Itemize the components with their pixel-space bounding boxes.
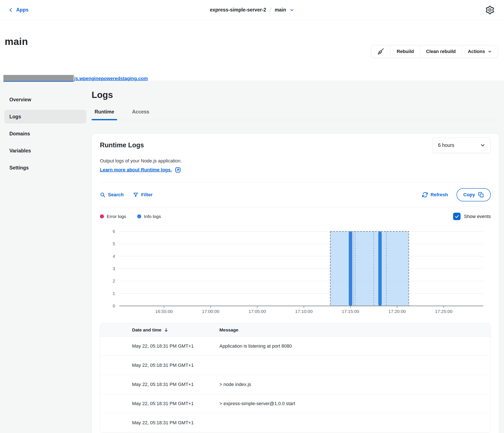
- error-dot-icon: [100, 214, 104, 218]
- chevron-down-icon[interactable]: [289, 8, 294, 12]
- svg-text:5: 5: [113, 241, 115, 246]
- tab-runtime[interactable]: Runtime: [92, 109, 117, 120]
- sidebar-item-domains[interactable]: Domains: [4, 127, 86, 141]
- sidebar: Overview Logs Domains Variables Settings: [0, 80, 90, 433]
- log-message: > express-simple-server@1.0.0 start: [219, 401, 491, 406]
- sidebar-item-settings[interactable]: Settings: [4, 161, 86, 175]
- table-row[interactable]: May 22, 05:18:31 PM GMT+1: [100, 356, 491, 375]
- logs-tabs: Runtime Access: [92, 109, 499, 120]
- copy-button[interactable]: Copy: [457, 188, 491, 201]
- refresh-button[interactable]: Refresh: [422, 192, 448, 198]
- log-datetime: May 22, 05:18:31 PM GMT+1: [100, 420, 219, 425]
- search-label: Search: [108, 192, 124, 198]
- time-range-value: 6 hours: [438, 142, 454, 148]
- actions-label: Actions: [468, 49, 485, 54]
- filter-label: Filter: [141, 192, 153, 198]
- sort-descending-icon: [164, 327, 169, 333]
- panel-description: Output logs of your Node.js application.: [100, 158, 491, 164]
- log-datetime: May 22, 05:18:31 PM GMT+1: [100, 382, 219, 387]
- chevron-left-icon: [9, 8, 13, 12]
- environment-header: main js.wpenginepoweredstaging.com Rebui…: [0, 20, 504, 80]
- settings-gear-icon[interactable]: [485, 5, 495, 15]
- environment-url-link[interactable]: js.wpenginepoweredstaging.com: [3, 75, 148, 82]
- search-icon: [100, 192, 105, 198]
- info-dot-icon: [137, 214, 141, 218]
- top-nav: Apps express-simple-server-2 / main: [0, 0, 504, 20]
- panel-title: Runtime Logs: [100, 141, 144, 149]
- column-header-message[interactable]: Message: [219, 327, 491, 333]
- log-datetime: May 22, 05:18:31 PM GMT+1: [100, 401, 219, 406]
- runtime-logs-panel: Runtime Logs 6 hours Output logs of your…: [92, 133, 499, 433]
- chevron-down-icon: [480, 142, 486, 148]
- learn-more-label: Learn more about Runtime logs.: [100, 167, 172, 173]
- breadcrumb-app-name: express-simple-server-2: [210, 7, 266, 13]
- breadcrumb-separator: /: [269, 7, 272, 13]
- checkbox-checked-icon[interactable]: [453, 213, 460, 220]
- actions-dropdown-button[interactable]: Actions: [462, 45, 498, 58]
- back-to-apps-label: Apps: [16, 7, 28, 13]
- content-area: Overview Logs Domains Variables Settings…: [0, 80, 504, 433]
- column-header-datetime[interactable]: Date and time: [100, 327, 219, 333]
- table-header: Date and time Message: [100, 323, 491, 336]
- refresh-icon: [422, 192, 428, 198]
- table-row[interactable]: May 22, 05:18:31 PM GMT+1 > express-simp…: [100, 394, 491, 413]
- broom-icon: [377, 48, 385, 55]
- svg-text:17:25:00: 17:25:00: [435, 309, 452, 314]
- panel-header: Runtime Logs 6 hours: [100, 137, 491, 153]
- table-row[interactable]: May 22, 05:18:31 PM GMT+1 > node index.j…: [100, 375, 491, 394]
- svg-text:0: 0: [113, 304, 115, 308]
- svg-text:6: 6: [113, 229, 115, 234]
- sidebar-item-overview[interactable]: Overview: [4, 93, 86, 106]
- time-range-select[interactable]: 6 hours: [432, 137, 491, 153]
- logs-table: Date and time Message May 22, 05:18:31 P…: [100, 323, 491, 433]
- learn-more-link[interactable]: Learn more about Runtime logs.: [100, 167, 181, 173]
- copy-icon: [478, 192, 484, 198]
- log-datetime: May 22, 05:18:31 PM GMT+1: [100, 362, 219, 368]
- sidebar-item-logs[interactable]: Logs: [4, 110, 86, 124]
- page-title: main: [5, 36, 28, 47]
- back-to-apps-link[interactable]: Apps: [9, 7, 28, 13]
- section-title: Logs: [92, 90, 499, 100]
- legend-error-logs: Error logs: [100, 214, 126, 219]
- legend-error-label: Error logs: [107, 214, 126, 219]
- log-message: Application is listening at port 8080: [219, 343, 491, 349]
- svg-text:17:05:00: 17:05:00: [249, 309, 266, 314]
- table-row[interactable]: May 22, 05:18:31 PM GMT+1 Application is…: [100, 336, 491, 356]
- clean-cache-button[interactable]: [371, 45, 390, 58]
- search-button[interactable]: Search: [100, 192, 124, 198]
- datetime-header-label: Date and time: [132, 327, 162, 333]
- environment-url-visible: js.wpenginepoweredstaging.com: [74, 76, 148, 81]
- main-column: Logs Runtime Access Runtime Logs 6 hours…: [90, 80, 504, 433]
- show-events-toggle[interactable]: Show events: [453, 213, 491, 220]
- breadcrumb-env-name[interactable]: main: [275, 7, 286, 13]
- logs-frequency-chart[interactable]: 012345616:55:0017:00:0017:05:0017:10:001…: [100, 226, 491, 316]
- svg-text:4: 4: [113, 254, 115, 259]
- svg-text:1: 1: [113, 291, 115, 296]
- log-datetime: May 22, 05:18:31 PM GMT+1: [100, 343, 219, 349]
- filter-button[interactable]: Filter: [133, 192, 153, 198]
- logs-toolbar: Search Filter: [100, 183, 491, 207]
- legend-info-label: Info logs: [144, 214, 161, 219]
- external-link-icon: [175, 167, 181, 173]
- svg-text:17:15:00: 17:15:00: [342, 309, 359, 314]
- redacted-url-part: [3, 75, 74, 82]
- tab-access[interactable]: Access: [129, 109, 152, 120]
- chevron-down-icon: [488, 49, 492, 54]
- svg-text:3: 3: [113, 266, 115, 271]
- svg-text:2: 2: [113, 279, 115, 283]
- sidebar-item-variables[interactable]: Variables: [4, 144, 86, 158]
- breadcrumb: express-simple-server-2 / main: [210, 7, 294, 13]
- table-row[interactable]: May 22, 05:18:31 PM GMT+1: [100, 413, 491, 432]
- filter-icon: [133, 192, 138, 198]
- clean-rebuild-button[interactable]: Clean rebuild: [420, 45, 462, 58]
- svg-text:17:10:00: 17:10:00: [295, 309, 313, 314]
- chart-legend: Error logs Info logs Show events: [100, 213, 491, 220]
- rebuild-button[interactable]: Rebuild: [391, 45, 420, 58]
- svg-text:16:55:00: 16:55:00: [155, 309, 173, 314]
- copy-label: Copy: [463, 192, 475, 198]
- log-message: > node index.js: [219, 382, 491, 387]
- legend-info-logs: Info logs: [137, 214, 161, 219]
- svg-text:17:20:00: 17:20:00: [388, 309, 406, 314]
- refresh-label: Refresh: [431, 192, 448, 198]
- show-events-label: Show events: [464, 214, 491, 219]
